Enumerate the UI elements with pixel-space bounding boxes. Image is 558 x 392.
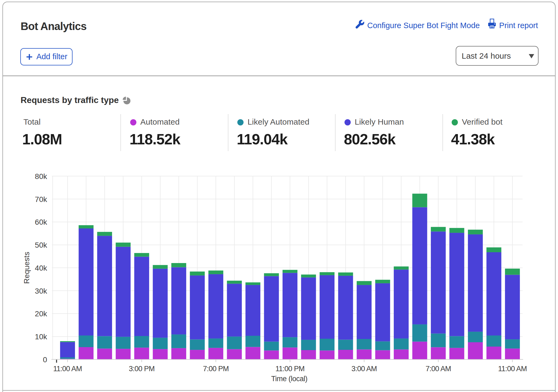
svg-text:50k: 50k: [35, 241, 47, 249]
svg-text:Time (local): Time (local): [271, 375, 307, 383]
svg-text:80k: 80k: [35, 172, 47, 181]
svg-text:60k: 60k: [35, 218, 47, 226]
svg-text:70k: 70k: [35, 195, 47, 204]
svg-text:Requests: Requests: [22, 252, 31, 284]
svg-text:3:00 AM: 3:00 AM: [352, 365, 377, 373]
svg-text:0: 0: [43, 356, 47, 364]
svg-text:10k: 10k: [35, 333, 47, 341]
svg-text:7:00 PM: 7:00 PM: [203, 365, 229, 373]
svg-text:30k: 30k: [35, 287, 47, 295]
svg-text:3:00 PM: 3:00 PM: [129, 365, 155, 373]
svg-text:11:00 AM: 11:00 AM: [53, 365, 82, 373]
svg-text:40k: 40k: [35, 264, 47, 272]
svg-text:7:00 AM: 7:00 AM: [426, 365, 451, 373]
svg-text:11:00 PM: 11:00 PM: [275, 365, 305, 373]
svg-text:20k: 20k: [35, 310, 47, 318]
svg-text:11:00 AM: 11:00 AM: [498, 365, 527, 373]
